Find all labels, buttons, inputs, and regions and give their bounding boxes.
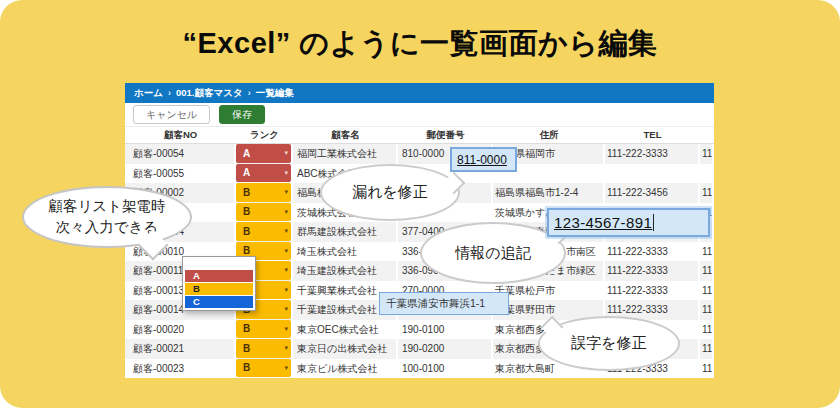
address-edit-value: 千葉県浦安市舞浜1-1 <box>386 297 485 311</box>
cell-postal-code[interactable]: 100-0100 <box>398 359 493 379</box>
cell-tel[interactable]: 111-222-3333 <box>605 242 700 262</box>
rank-value: A <box>243 144 250 163</box>
note-line-1: 顧客リスト架電時 <box>48 196 165 217</box>
chevron-down-icon: ▾ <box>284 320 288 339</box>
cell-customer-no[interactable]: 顧客-00054 <box>125 144 236 164</box>
rank-select[interactable]: B▾ <box>236 203 291 222</box>
breadcrumb-item[interactable]: 一覧編集 <box>256 87 294 100</box>
cell-customer-name[interactable]: 東京ビル株式会社 <box>293 359 398 379</box>
breadcrumb-item[interactable]: ホーム <box>134 87 163 100</box>
rank-value: B <box>243 339 250 358</box>
table-row: 顧客-00054A▾福岡工業株式会社810-0000福岡県福岡市111-222-… <box>125 144 714 164</box>
cell-address[interactable]: 千葉県松戸市 <box>493 281 605 301</box>
cell-tel-extra[interactable]: 111-2 <box>700 183 714 203</box>
cell-tel[interactable]: 111-222-3333 <box>605 261 700 281</box>
address-edit-field[interactable]: 千葉県浦安市舞浜1-1 <box>379 292 509 315</box>
text-caret <box>653 214 654 231</box>
rank-select[interactable]: B▾ <box>236 183 291 202</box>
cell-tel[interactable] <box>605 164 700 184</box>
cell-tel[interactable]: 111-222-3333 <box>605 281 700 301</box>
rank-value: B <box>243 359 250 378</box>
rank-value: B <box>243 320 250 339</box>
column-header-postal-code: 郵便番号 <box>398 127 493 143</box>
chevron-down-icon: ▾ <box>284 242 288 261</box>
save-button[interactable]: 保存 <box>219 105 265 124</box>
cell-tel-extra[interactable] <box>700 164 714 184</box>
table-header-row: 顧客NOランク顧客名郵便番号住所TEL <box>125 127 714 144</box>
cell-rank: B▾ <box>236 203 293 223</box>
chevron-down-icon: ▾ <box>284 203 288 222</box>
toolbar: キャンセル 保存 <box>125 103 714 127</box>
cell-rank: A▾ <box>236 144 293 164</box>
cell-tel-extra[interactable]: 111-2 <box>700 242 714 262</box>
cell-customer-no[interactable]: 顧客-00020 <box>125 320 236 340</box>
cell-postal-code[interactable]: 190-0200 <box>398 339 493 359</box>
rank-value: B <box>243 203 250 222</box>
page: “Excel” のように一覧画面から編集 ホーム›001.顧客マスタ›一覧編集 … <box>0 0 840 408</box>
cell-rank: A▾ <box>236 164 293 184</box>
cell-tel-extra[interactable]: 111-2 <box>700 359 714 379</box>
chevron-down-icon: ▾ <box>284 183 288 202</box>
cell-customer-name[interactable]: 埼玉株式会社 <box>293 242 398 262</box>
cell-tel-extra[interactable]: 111-2 <box>700 144 714 164</box>
cell-customer-name[interactable]: 東京OEC株式会社 <box>293 320 398 340</box>
note-line-2: 次々入力できる <box>56 217 159 238</box>
postal-code-edit-field[interactable]: 811-0000 <box>450 147 517 172</box>
breadcrumb-separator: › <box>248 88 251 98</box>
column-header-tel: TEL <box>605 127 700 143</box>
chevron-down-icon: ▾ <box>284 261 288 280</box>
cell-tel[interactable]: 111-222-3456 <box>605 183 700 203</box>
breadcrumb-item[interactable]: 001.顧客マスタ <box>176 87 243 100</box>
chevron-down-icon: ▾ <box>284 300 288 319</box>
bubble-fix-omission: 漏れを修正 <box>320 164 460 221</box>
tel-edit-value: 123-4567-891 <box>554 214 652 231</box>
rank-option-blank[interactable] <box>185 259 253 269</box>
rank-value: A <box>243 164 250 183</box>
cell-customer-no[interactable]: 顧客-00023 <box>125 359 236 379</box>
cell-customer-no[interactable]: 顧客-00055 <box>125 164 236 184</box>
chevron-down-icon: ▾ <box>284 164 288 183</box>
cell-tel-extra[interactable]: 111-2 <box>700 339 714 359</box>
breadcrumb: ホーム›001.顧客マスタ›一覧編集 <box>125 83 714 103</box>
chevron-down-icon: ▾ <box>284 222 288 241</box>
note-bubble-quick-entry: 顧客リスト架電時 次々入力できる <box>22 186 192 248</box>
cell-tel-extra[interactable]: 111-2 <box>700 281 714 301</box>
cell-rank: B▾ <box>236 222 293 242</box>
cancel-button[interactable]: キャンセル <box>133 105 210 124</box>
column-header-customer-name: 顧客名 <box>293 127 398 143</box>
rank-select[interactable]: B▾ <box>236 359 291 378</box>
cell-tel[interactable]: 111-222-3333 <box>605 144 700 164</box>
breadcrumb-separator: › <box>168 88 171 98</box>
column-header-address: 住所 <box>493 127 605 143</box>
tel-edit-field[interactable]: 123-4567-891 <box>547 208 710 237</box>
cell-customer-name[interactable]: 福岡工業株式会社 <box>293 144 398 164</box>
column-header-rank: ランク <box>236 127 293 143</box>
cell-postal-code[interactable]: 190-0100 <box>398 320 493 340</box>
rank-select[interactable]: B▾ <box>236 320 291 339</box>
rank-select[interactable]: A▾ <box>236 164 291 183</box>
bubble-add-info: 情報の追記 <box>420 222 566 284</box>
rank-select[interactable]: A▾ <box>236 144 291 163</box>
rank-select[interactable]: B▾ <box>236 339 291 358</box>
rank-option-c[interactable]: C <box>185 296 253 308</box>
cell-tel-extra[interactable]: 111-2 <box>700 300 714 320</box>
cell-rank: B▾ <box>236 183 293 203</box>
rank-dropdown-list: ABC <box>182 256 256 311</box>
cell-tel-extra[interactable]: 111-2 <box>700 320 714 340</box>
chevron-down-icon: ▾ <box>284 359 288 378</box>
rank-option-a[interactable]: A <box>185 270 253 282</box>
cell-customer-name[interactable]: 東京日の出株式会社 <box>293 339 398 359</box>
rank-value: B <box>243 222 250 241</box>
column-header-customer-no: 顧客NO <box>125 127 236 143</box>
cell-customer-name[interactable]: 埼玉建設株式会社 <box>293 261 398 281</box>
cell-customer-name[interactable]: 群馬建設株式会社 <box>293 222 398 242</box>
cell-customer-no[interactable]: 顧客-00021 <box>125 339 236 359</box>
rank-option-b[interactable]: B <box>185 283 253 295</box>
page-title: “Excel” のように一覧画面から編集 <box>0 24 840 64</box>
rank-select[interactable]: B▾ <box>236 222 291 241</box>
cell-address[interactable]: 福島県福島市1-2-4 <box>493 183 605 203</box>
column-header-tel-extra <box>700 127 714 143</box>
cell-rank: B▾ <box>236 359 293 379</box>
cell-rank: B▾ <box>236 320 293 340</box>
cell-tel-extra[interactable]: 111-2 <box>700 261 714 281</box>
